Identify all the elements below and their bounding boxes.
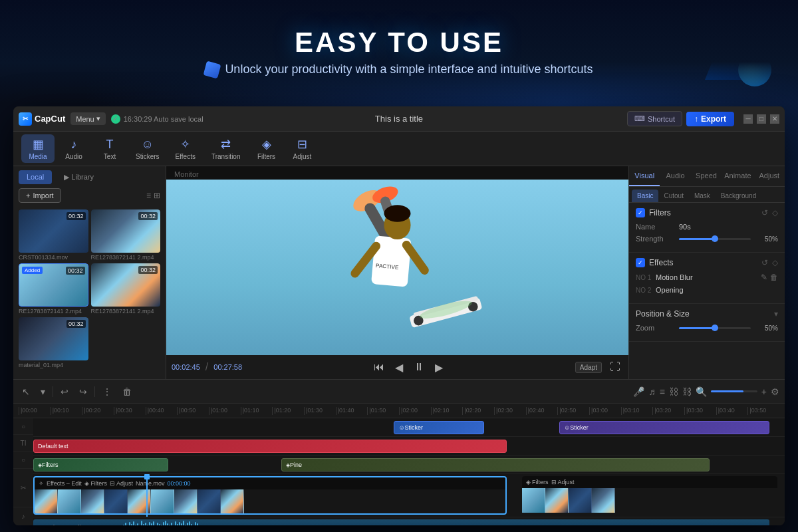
prop-tab-background[interactable]: Background [716, 190, 761, 202]
view-controls: ≡ ⊞ [146, 191, 160, 200]
top-banner: EASY TO USE Unlock your productivity wit… [0, 0, 798, 103]
effect-row-1: NO 2 Opening [636, 286, 778, 294]
filter-strength-slider[interactable] [679, 238, 751, 240]
chevron-right-icon: ▶ [64, 173, 69, 181]
ruler-mark-6: |01:00 [209, 407, 241, 415]
step-back-button[interactable]: ◀ [392, 360, 406, 375]
wave-bar-32 [187, 523, 188, 525]
minimize-button[interactable]: ─ [743, 114, 753, 124]
undo-button[interactable]: ↩ [57, 384, 72, 399]
tab-animate[interactable]: Animate [722, 166, 753, 186]
skip-start-button[interactable]: ⏮ [371, 360, 387, 374]
list-view-icon[interactable]: ≡ [146, 191, 151, 200]
media-item-0[interactable]: 00:32 CRST001334.mov [19, 209, 88, 261]
position-size-expand-icon[interactable]: ▾ [774, 309, 778, 319]
effect-delete-0[interactable]: 🗑 [770, 273, 778, 282]
toolbar-stickers[interactable]: ☺ Stickers [129, 135, 166, 163]
fit-button[interactable]: Adapt [575, 362, 602, 373]
tab-audio[interactable]: Audio [660, 166, 690, 186]
filters-reset-icon[interactable]: ↺ [761, 208, 768, 217]
effects-diamond-icon[interactable]: ◇ [772, 258, 778, 267]
effects-checkbox[interactable]: ✓ [636, 258, 645, 267]
prop-tab-mask[interactable]: Mask [689, 190, 716, 202]
split-button[interactable]: ⋮ [99, 384, 115, 399]
prop-tab-basic[interactable]: Basic [632, 190, 658, 202]
maximize-button[interactable]: □ [757, 114, 766, 124]
audio-extract-icon[interactable]: ♬ [648, 386, 656, 397]
timeline-chevron[interactable]: ▾ [37, 384, 49, 399]
toolbar: ▦ Media ♪ Audio T Text ☺ Stickers ✧ Effe… [13, 132, 785, 166]
import-button[interactable]: + Import [19, 188, 61, 203]
tab-local[interactable]: Local [19, 170, 52, 184]
zoom-slider-timeline[interactable] [711, 390, 757, 392]
zoom-label: Zoom [636, 324, 679, 332]
playhead-head [144, 474, 150, 479]
wave-bar-3 [129, 522, 130, 525]
media-item-2[interactable]: Added 00:32 RE12783872141 2.mp4 [19, 263, 88, 315]
toolbar-audio[interactable]: ♪ Audio [57, 135, 90, 163]
fullscreen-button[interactable]: ⛶ [607, 360, 623, 374]
pine-clip-1[interactable]: ◈ Pine [281, 458, 710, 471]
filter-strength-row: Strength 50% [636, 235, 778, 243]
effect-edit-0[interactable]: ✎ [761, 273, 767, 282]
toolbar-transition[interactable]: ⇄ Transition [205, 134, 247, 163]
tab-speed[interactable]: Speed [691, 166, 722, 186]
zoom-in-icon[interactable]: + [761, 386, 767, 397]
grid-view-icon[interactable]: ⊞ [154, 191, 160, 200]
toolbar-filters[interactable]: ◈ Filters [250, 134, 283, 163]
redo-button[interactable]: ↪ [76, 384, 90, 399]
delete-button[interactable]: 🗑 [119, 384, 135, 399]
timeline-toolbar: ↖ ▾ ↩ ↪ ⋮ 🗑 🎤 ♬ ≡ ⛓ ⛓ 🔍 + ⚙ [13, 380, 785, 404]
play-pause-button[interactable]: ⏸ [411, 360, 427, 374]
tab-visual[interactable]: Visual [629, 166, 660, 186]
second-clip-header: ◈ Filters ⊟ Adjust [522, 476, 777, 488]
second-video-clip[interactable]: ◈ Filters ⊟ Adjust [522, 476, 777, 515]
microphone-icon[interactable]: 🎤 [633, 386, 644, 397]
audio-clip[interactable]: Speed 2.0x Audio.aac 00:00:00 [33, 519, 769, 525]
zoom-out-icon[interactable]: 🔍 [696, 386, 707, 397]
split-audio-icon[interactable]: ≡ [660, 386, 665, 397]
media-item-4[interactable]: 00:32 material_01.mp4 [19, 317, 88, 368]
unlink-icon[interactable]: ⛓ [682, 386, 692, 397]
ruler-mark-1: |00:10 [51, 407, 82, 415]
timeline-tracks-wrapper: ○ TI ○ ✂ ♪ ☺ Sticker ☺ Sticker [13, 418, 785, 525]
ruler-mark-9: |01:30 [304, 407, 336, 415]
filter-name-value: 90s [679, 223, 778, 231]
toolbar-effects[interactable]: ✧ Effects [169, 134, 202, 163]
shortcut-button[interactable]: ⌨ Shortcut [627, 111, 682, 126]
main-video-clip[interactable]: ✧ Effects – Edit ◈ Filters ⊟ Adjust Name… [33, 476, 507, 515]
sticker-clip-2[interactable]: ☺ Sticker [559, 421, 769, 434]
timeline-right-controls: 🎤 ♬ ≡ ⛓ ⛓ 🔍 + ⚙ [633, 386, 779, 397]
close-button[interactable]: ✕ [770, 114, 779, 124]
filters-checkbox[interactable]: ✓ [636, 208, 645, 217]
settings-icon[interactable]: ⚙ [771, 386, 779, 397]
menu-button[interactable]: Menu ▾ [70, 112, 106, 125]
effects-reset-icon[interactable]: ↺ [761, 258, 768, 267]
toolbar-media[interactable]: ▦ Media [21, 134, 55, 163]
wave-bar-12 [147, 525, 148, 525]
toolbar-adjust[interactable]: ⊟ Adjust [286, 134, 319, 163]
prop-tab-cutout[interactable]: Cutout [658, 190, 688, 202]
toolbar-transition-label: Transition [211, 153, 241, 160]
filter-clip-1[interactable]: ◈ Filters [33, 458, 168, 471]
tab-library[interactable]: ▶ Library [56, 170, 102, 184]
toolbar-text[interactable]: T Text [93, 135, 126, 163]
step-forward-button[interactable]: ▶ [432, 360, 446, 375]
text-clip-1[interactable]: Default text [33, 440, 507, 453]
wave-bar-30 [183, 521, 184, 525]
logo: ✂ CapCut [19, 112, 65, 126]
tab-adjust[interactable]: Adjust [754, 166, 785, 186]
autosave-dot: ✓ [111, 114, 120, 124]
property-tabs: Basic Cutout Mask Background [629, 187, 785, 203]
zoom-slider[interactable] [679, 327, 751, 329]
wave-bar-26 [175, 521, 176, 525]
selection-tool[interactable]: ↖ [19, 384, 33, 399]
wave-bar-24 [171, 523, 172, 525]
link-icon[interactable]: ⛓ [669, 386, 678, 397]
filters-diamond-icon[interactable]: ◇ [772, 208, 778, 217]
sticker-clip-1[interactable]: ☺ Sticker [394, 421, 484, 434]
export-button[interactable]: ↑ Export [686, 112, 734, 126]
media-item-1[interactable]: 00:32 RE12783872141 2.mp4 [91, 209, 161, 261]
wave-bar-36 [195, 522, 196, 525]
media-item-3[interactable]: 00:32 RE12783872141 2.mp4 [91, 263, 161, 315]
